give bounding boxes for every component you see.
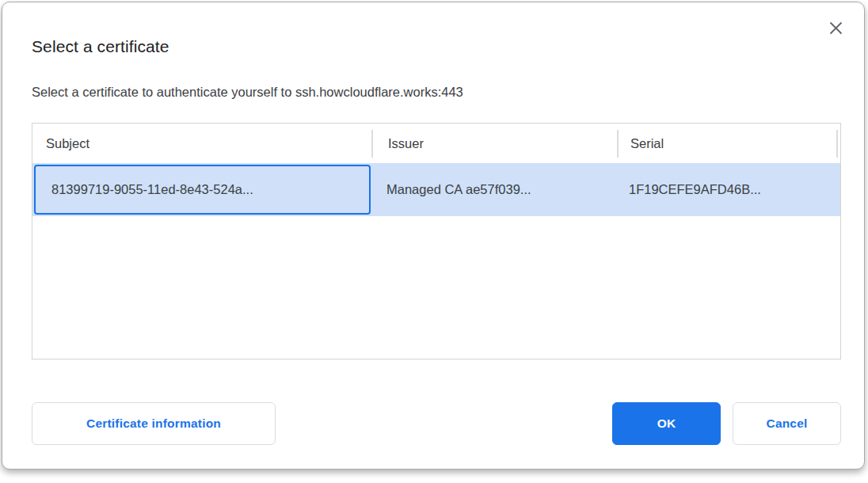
certificate-table: Subject Issuer Serial 81399719-9055-11ed… bbox=[32, 123, 841, 359]
table-header: Subject Issuer Serial bbox=[32, 124, 840, 163]
ok-button[interactable]: OK bbox=[612, 402, 721, 445]
page-title: Select a certificate bbox=[32, 37, 169, 56]
certificate-select-dialog: Select a certificate Select a certificat… bbox=[2, 2, 865, 470]
dialog-subtitle: Select a certificate to authenticate you… bbox=[32, 85, 463, 100]
table-row[interactable]: 81399719-9055-11ed-8e43-524a... Managed … bbox=[32, 163, 840, 216]
cancel-button[interactable]: Cancel bbox=[733, 402, 841, 445]
cell-issuer[interactable]: Managed CA ae57f039... bbox=[371, 182, 618, 197]
column-divider bbox=[617, 130, 619, 158]
column-divider bbox=[371, 130, 373, 158]
column-header-serial[interactable]: Serial bbox=[618, 136, 837, 151]
close-icon bbox=[828, 21, 843, 38]
column-header-issuer[interactable]: Issuer bbox=[372, 136, 618, 151]
close-button[interactable] bbox=[824, 18, 847, 40]
column-divider bbox=[836, 130, 838, 158]
certificate-information-button[interactable]: Certificate information bbox=[32, 402, 276, 445]
cell-subject[interactable]: 81399719-9055-11ed-8e43-524a... bbox=[34, 165, 371, 215]
column-header-subject[interactable]: Subject bbox=[32, 136, 372, 151]
cell-serial[interactable]: 1F19CEFE9AFD46B... bbox=[618, 182, 837, 197]
